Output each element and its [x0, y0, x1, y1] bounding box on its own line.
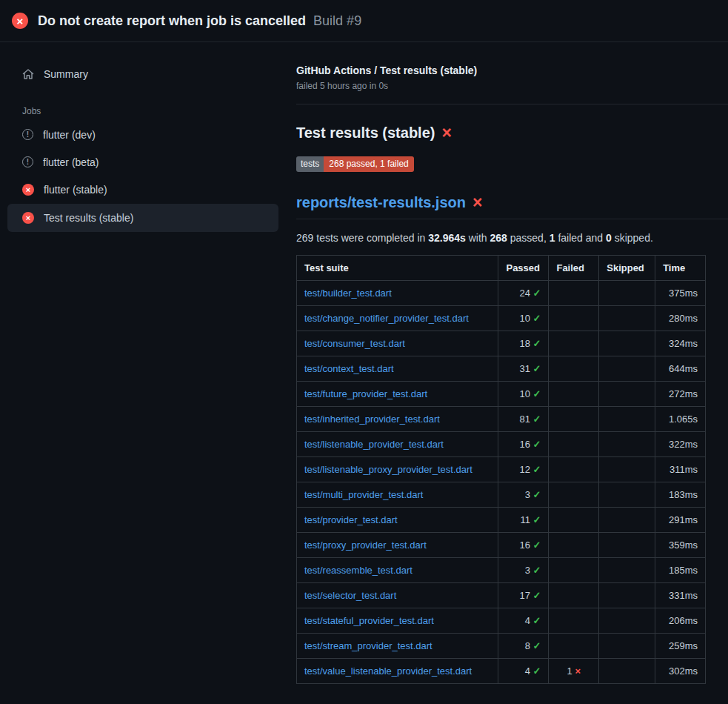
failed-cell [549, 331, 599, 356]
table-row: test/stream_provider_test.dart8 ✓259ms [297, 634, 706, 659]
time-cell: 311ms [655, 457, 706, 482]
badge-label: tests [296, 156, 324, 172]
sidebar-item-test-results-stable[interactable]: ×Test results (stable) [7, 204, 278, 232]
suite-cell: test/stream_provider_test.dart [297, 634, 498, 659]
failed-x-icon: × [472, 194, 482, 211]
suite-cell: test/listenable_provider_test.dart [297, 432, 498, 457]
summary-text: failed and [555, 232, 607, 244]
col-header-test-suite: Test suite [297, 256, 498, 281]
suite-link[interactable]: test/selector_test.dart [304, 590, 396, 601]
time-cell: 322ms [655, 432, 706, 457]
passed-cell: 10 ✓ [498, 306, 549, 331]
skipped-cell [599, 331, 655, 356]
suite-link[interactable]: test/reassemble_test.dart [304, 565, 413, 576]
passed-cell: 4 ✓ [498, 608, 549, 634]
failed-cell [549, 533, 599, 558]
section-heading: Test results (stable) × [296, 124, 728, 142]
time-cell: 272ms [655, 382, 706, 407]
sidebar-item-label: flutter (stable) [44, 185, 107, 195]
table-row: test/listenable_provider_test.dart16 ✓32… [297, 432, 706, 457]
suite-cell: test/change_notifier_provider_test.dart [297, 306, 498, 331]
table-row: test/reassemble_test.dart3 ✓185ms [297, 558, 706, 583]
suite-link[interactable]: test/provider_test.dart [304, 514, 398, 525]
table-row: test/consumer_test.dart18 ✓324ms [297, 331, 706, 356]
x-icon: × [575, 665, 581, 677]
results-table-body: test/builder_test.dart24 ✓375mstest/chan… [297, 281, 706, 684]
report-link[interactable]: reports/test-results.json [296, 194, 466, 211]
skipped-cell [599, 508, 655, 533]
time-cell: 331ms [655, 583, 706, 608]
time-cell: 324ms [655, 331, 706, 356]
sidebar-item-label: flutter (dev) [43, 130, 96, 140]
suite-link[interactable]: test/builder_test.dart [304, 288, 392, 299]
suite-cell: test/provider_test.dart [297, 508, 498, 533]
badge-value: 268 passed, 1 failed [324, 156, 413, 172]
passed-cell: 31 ✓ [498, 356, 549, 382]
table-row: test/future_provider_test.dart10 ✓272ms [297, 382, 706, 407]
suite-link[interactable]: test/proxy_provider_test.dart [304, 539, 427, 551]
passed-cell: 24 ✓ [498, 281, 549, 306]
sidebar-item-label: Summary [44, 69, 88, 79]
suite-link[interactable]: test/change_notifier_provider_test.dart [304, 313, 469, 324]
check-icon: ✓ [533, 388, 541, 399]
passed-cell: 12 ✓ [498, 457, 549, 482]
skipped-cell [599, 558, 655, 583]
suite-link[interactable]: test/consumer_test.dart [304, 338, 405, 349]
suite-cell: test/stateful_provider_test.dart [297, 608, 498, 634]
failed-cell [549, 356, 599, 382]
suite-link[interactable]: test/stream_provider_test.dart [304, 640, 433, 651]
sidebar-item-summary[interactable]: Summary [7, 60, 278, 88]
skipped-cell [599, 533, 655, 558]
run-title: Do not create report when job is cancell… [38, 13, 306, 29]
table-row: test/provider_test.dart11 ✓291ms [297, 508, 706, 533]
run-status-line: failed 5 hours ago in 0s [296, 81, 728, 91]
table-row: test/listenable_proxy_provider_test.dart… [297, 457, 706, 482]
suite-link[interactable]: test/context_test.dart [304, 363, 394, 374]
check-icon: ✓ [533, 640, 541, 651]
suite-link[interactable]: test/future_provider_test.dart [304, 388, 427, 399]
suite-link[interactable]: test/listenable_provider_test.dart [304, 439, 444, 450]
skipped-cell [599, 382, 655, 407]
passed-cell: 16 ✓ [498, 432, 549, 457]
failed-cell [549, 558, 599, 583]
suite-link[interactable]: test/stateful_provider_test.dart [304, 615, 434, 626]
col-header-passed: Passed [498, 256, 549, 281]
home-icon [22, 68, 34, 80]
passed-cell: 3 ✓ [498, 482, 549, 508]
skipped-cell [599, 432, 655, 457]
suite-link[interactable]: test/listenable_proxy_provider_test.dart [304, 464, 472, 475]
time-cell: 375ms [655, 281, 706, 306]
suite-cell: test/future_provider_test.dart [297, 382, 498, 407]
failed-cell: 1 × [549, 659, 599, 684]
sidebar-item-label: Test results (stable) [44, 213, 133, 223]
summary-line: 269 tests were completed in 32.964s with… [296, 232, 728, 244]
passed-cell: 81 ✓ [498, 407, 549, 432]
suite-link[interactable]: test/value_listenable_provider_test.dart [304, 665, 472, 677]
sidebar-item-flutter-stable[interactable]: ×flutter (stable) [7, 176, 278, 204]
divider [296, 104, 728, 104]
suite-link[interactable]: test/inherited_provider_test.dart [304, 414, 440, 425]
skipped-cell [599, 457, 655, 482]
failed-cell [549, 407, 599, 432]
skipped-cell [599, 608, 655, 634]
failed-cell [549, 583, 599, 608]
skipped-cell [599, 306, 655, 331]
table-row: test/multi_provider_test.dart3 ✓183ms [297, 482, 706, 508]
time-cell: 644ms [655, 356, 706, 382]
sidebar-item-flutter-beta[interactable]: !flutter (beta) [7, 148, 278, 176]
suite-cell: test/consumer_test.dart [297, 331, 498, 356]
sidebar-item-flutter-dev[interactable]: !flutter (dev) [7, 121, 278, 148]
summary-text: 269 tests were completed in [296, 232, 428, 244]
skipped-cell [599, 407, 655, 432]
sidebar-item-label: flutter (beta) [43, 157, 98, 167]
suite-link[interactable]: test/multi_provider_test.dart [304, 489, 423, 500]
table-header-row: Test suite Passed Failed Skipped Time [297, 256, 706, 281]
jobs-heading: Jobs [22, 106, 278, 116]
skipped-cell [599, 356, 655, 382]
suite-cell: test/multi_provider_test.dart [297, 482, 498, 508]
table-row: test/context_test.dart31 ✓644ms [297, 356, 706, 382]
main-content: GitHub Actions / Test results (stable) f… [290, 42, 728, 684]
summary-text: skipped. [612, 232, 653, 244]
passed-cell: 3 ✓ [498, 558, 549, 583]
check-icon: ✓ [533, 565, 541, 576]
